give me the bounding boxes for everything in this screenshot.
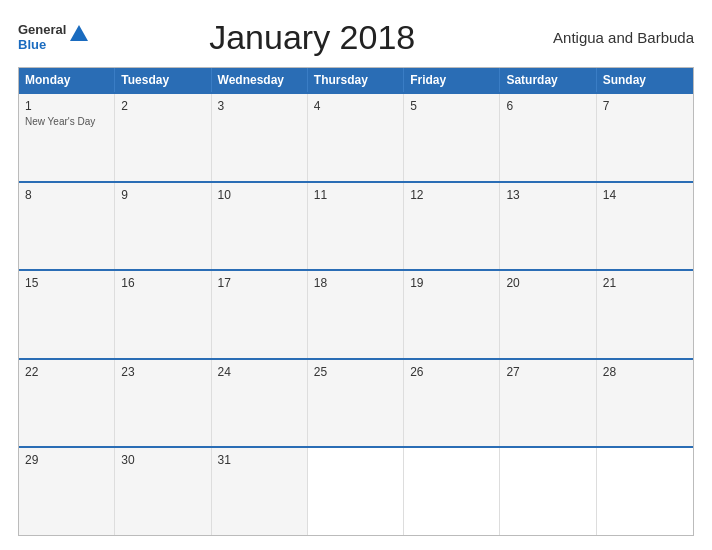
day-18: 18: [314, 276, 397, 290]
day-24: 24: [218, 365, 301, 379]
header-thursday: Thursday: [308, 68, 404, 92]
day-31: 31: [218, 453, 301, 467]
cell-w5-thu: [308, 448, 404, 535]
day-9: 9: [121, 188, 204, 202]
cell-w1-mon: 1 New Year's Day: [19, 94, 115, 181]
day-15: 15: [25, 276, 108, 290]
logo-icon: [68, 23, 90, 45]
day-12: 12: [410, 188, 493, 202]
cell-w5-fri: [404, 448, 500, 535]
header-friday: Friday: [404, 68, 500, 92]
day-11: 11: [314, 188, 397, 202]
header-saturday: Saturday: [500, 68, 596, 92]
day-8: 8: [25, 188, 108, 202]
logo-blue-text: Blue: [18, 38, 66, 52]
cell-w3-sat: 20: [500, 271, 596, 358]
cell-w3-fri: 19: [404, 271, 500, 358]
header: General Blue January 2018 Antigua and Ba…: [18, 18, 694, 57]
event-new-years: New Year's Day: [25, 116, 108, 127]
day-14: 14: [603, 188, 687, 202]
day-26: 26: [410, 365, 493, 379]
cell-w3-sun: 21: [597, 271, 693, 358]
day-23: 23: [121, 365, 204, 379]
week-1: 1 New Year's Day 2 3 4 5 6: [19, 92, 693, 181]
logo-text: General Blue: [18, 23, 66, 52]
week-3: 15 16 17 18 19 20 21: [19, 269, 693, 358]
week-4: 22 23 24 25 26 27 28: [19, 358, 693, 447]
cell-w3-wed: 17: [212, 271, 308, 358]
cell-w5-sat: [500, 448, 596, 535]
cell-w2-fri: 12: [404, 183, 500, 270]
header-monday: Monday: [19, 68, 115, 92]
day-29: 29: [25, 453, 108, 467]
day-5: 5: [410, 99, 493, 113]
cell-w4-wed: 24: [212, 360, 308, 447]
cell-w5-wed: 31: [212, 448, 308, 535]
cell-w4-tue: 23: [115, 360, 211, 447]
week-2: 8 9 10 11 12 13 14: [19, 181, 693, 270]
day-20: 20: [506, 276, 589, 290]
cell-w2-mon: 8: [19, 183, 115, 270]
day-16: 16: [121, 276, 204, 290]
cell-w1-sun: 7: [597, 94, 693, 181]
calendar-header-row: Monday Tuesday Wednesday Thursday Friday…: [19, 68, 693, 92]
day-25: 25: [314, 365, 397, 379]
day-2: 2: [121, 99, 204, 113]
cell-w1-wed: 3: [212, 94, 308, 181]
day-13: 13: [506, 188, 589, 202]
day-6: 6: [506, 99, 589, 113]
calendar-body: 1 New Year's Day 2 3 4 5 6: [19, 92, 693, 535]
calendar-title: January 2018: [90, 18, 534, 57]
cell-w1-fri: 5: [404, 94, 500, 181]
cell-w4-mon: 22: [19, 360, 115, 447]
week-5: 29 30 31: [19, 446, 693, 535]
cell-w2-wed: 10: [212, 183, 308, 270]
header-tuesday: Tuesday: [115, 68, 211, 92]
day-30: 30: [121, 453, 204, 467]
page: General Blue January 2018 Antigua and Ba…: [0, 0, 712, 550]
cell-w2-sun: 14: [597, 183, 693, 270]
day-1: 1: [25, 99, 108, 113]
day-10: 10: [218, 188, 301, 202]
cell-w5-tue: 30: [115, 448, 211, 535]
cell-w5-mon: 29: [19, 448, 115, 535]
header-wednesday: Wednesday: [212, 68, 308, 92]
cell-w1-sat: 6: [500, 94, 596, 181]
cell-w2-sat: 13: [500, 183, 596, 270]
svg-marker-0: [70, 25, 88, 41]
cell-w2-thu: 11: [308, 183, 404, 270]
cell-w4-thu: 25: [308, 360, 404, 447]
cell-w4-sat: 27: [500, 360, 596, 447]
cell-w3-mon: 15: [19, 271, 115, 358]
day-4: 4: [314, 99, 397, 113]
day-17: 17: [218, 276, 301, 290]
cell-w1-thu: 4: [308, 94, 404, 181]
day-3: 3: [218, 99, 301, 113]
cell-w3-thu: 18: [308, 271, 404, 358]
header-sunday: Sunday: [597, 68, 693, 92]
logo-general-text: General: [18, 23, 66, 37]
cell-w4-fri: 26: [404, 360, 500, 447]
cell-w2-tue: 9: [115, 183, 211, 270]
logo: General Blue: [18, 23, 90, 52]
cell-w4-sun: 28: [597, 360, 693, 447]
day-21: 21: [603, 276, 687, 290]
day-27: 27: [506, 365, 589, 379]
country-label: Antigua and Barbuda: [534, 29, 694, 46]
day-22: 22: [25, 365, 108, 379]
cell-w1-tue: 2: [115, 94, 211, 181]
day-28: 28: [603, 365, 687, 379]
day-19: 19: [410, 276, 493, 290]
day-7: 7: [603, 99, 687, 113]
calendar: Monday Tuesday Wednesday Thursday Friday…: [18, 67, 694, 536]
cell-w5-sun: [597, 448, 693, 535]
cell-w3-tue: 16: [115, 271, 211, 358]
